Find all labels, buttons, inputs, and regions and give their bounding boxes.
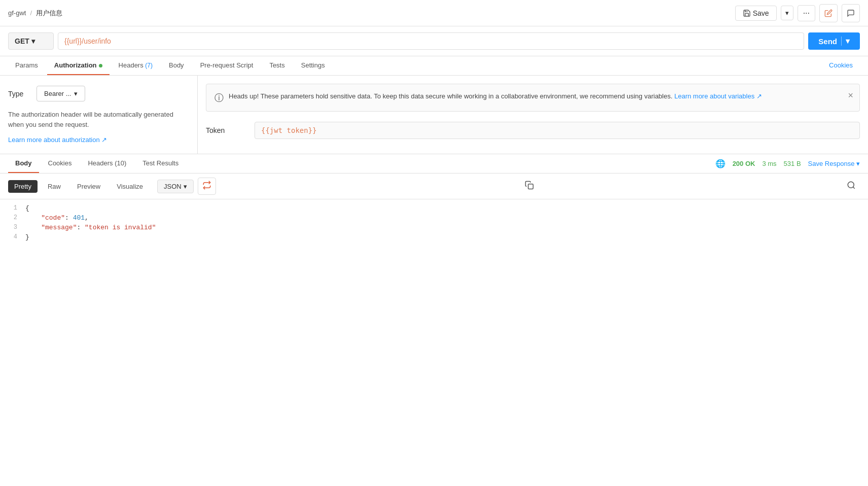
json-val-message: "token is invalid"	[85, 224, 156, 231]
token-input[interactable]	[255, 122, 860, 139]
code-line-1: 1 {	[0, 203, 868, 213]
response-tab-body[interactable]: Body	[8, 154, 39, 173]
header-actions: Save ▾ ···	[735, 4, 860, 22]
type-label: Type	[8, 90, 28, 98]
svg-point-1	[848, 182, 854, 188]
copy-icon	[525, 181, 534, 190]
learn-more-authorization-link[interactable]: Learn more about authorization ↗	[8, 136, 107, 144]
wrap-icon	[202, 181, 211, 190]
format-bar: Pretty Raw Preview Visualize JSON ▾	[0, 173, 868, 199]
alert-icon: ⓘ	[214, 92, 224, 104]
line-number-1: 1	[0, 204, 25, 212]
more-options-button[interactable]: ···	[798, 5, 815, 21]
type-select[interactable]: Bearer ... ▾	[37, 86, 85, 101]
code-content-2: "code": 401,	[25, 214, 868, 222]
left-panel: Type Bearer ... ▾ The authorization head…	[0, 76, 198, 154]
response-code-area: 1 { 2 "code": 401, 3 "message": "token i…	[0, 199, 868, 246]
url-input[interactable]	[58, 32, 804, 50]
header: gf-gwt / 用户信息 Save ▾ ···	[0, 0, 868, 26]
response-tabs: Body Cookies Headers (10) Test Results 🌐…	[0, 154, 868, 173]
globe-icon: 🌐	[715, 159, 726, 168]
tab-body[interactable]: Body	[162, 56, 191, 75]
save-chevron-button[interactable]: ▾	[781, 6, 793, 20]
search-button[interactable]	[843, 179, 860, 194]
save-icon	[743, 9, 751, 17]
status-code: 200 OK	[733, 160, 755, 167]
format-tab-visualize[interactable]: Visualize	[111, 180, 149, 193]
tab-cookies[interactable]: Cookies	[822, 56, 860, 75]
token-label: Token	[206, 126, 246, 134]
alert-message: Heads up! These parameters hold sensitiv…	[229, 92, 674, 100]
breadcrumb: gf-gwt / 用户信息	[8, 9, 62, 18]
response-time: 3 ms	[762, 160, 776, 167]
comment-icon	[847, 9, 855, 17]
response-size: 531 B	[784, 160, 801, 167]
response-tab-cookies[interactable]: Cookies	[41, 154, 79, 173]
response-area: Body Cookies Headers (10) Test Results 🌐…	[0, 154, 868, 246]
tab-pre-request[interactable]: Pre-request Script	[193, 56, 261, 75]
comment-button[interactable]	[842, 4, 860, 22]
method-label: GET	[15, 37, 29, 45]
edit-button[interactable]	[819, 4, 838, 22]
code-content-3: "message": "token is invalid"	[25, 224, 868, 231]
type-value: Bearer ...	[44, 90, 71, 97]
tab-headers[interactable]: Headers (7)	[112, 56, 160, 75]
tab-settings[interactable]: Settings	[294, 56, 332, 75]
tab-params[interactable]: Params	[8, 56, 45, 75]
format-tab-raw[interactable]: Raw	[42, 180, 67, 193]
code-content-4: }	[25, 233, 868, 241]
line-number-4: 4	[0, 233, 25, 240]
save-button[interactable]: Save	[735, 6, 777, 21]
type-chevron-icon: ▾	[74, 90, 78, 97]
save-response-chevron-icon: ▾	[856, 160, 860, 167]
format-chevron-icon: ▾	[184, 183, 187, 190]
method-chevron-icon: ▾	[31, 37, 35, 45]
copy-button[interactable]	[521, 179, 538, 194]
request-tabs: Params Authorization Headers (7) Body Pr…	[0, 56, 868, 76]
save-response-label: Save Response	[808, 160, 855, 167]
response-status: 🌐 200 OK 3 ms 531 B Save Response ▾	[715, 159, 860, 168]
alert-close-button[interactable]: ×	[848, 90, 853, 101]
send-label: Send	[818, 37, 837, 46]
save-response-button[interactable]: Save Response ▾	[808, 160, 860, 167]
breadcrumb-separator: /	[30, 9, 32, 17]
code-line-2: 2 "code": 401,	[0, 213, 868, 223]
code-line-4: 4 }	[0, 232, 868, 242]
code-content-1: {	[25, 204, 868, 212]
tab-authorization[interactable]: Authorization	[47, 56, 110, 75]
authorization-dot	[99, 64, 102, 67]
line-number-2: 2	[0, 214, 25, 221]
method-select[interactable]: GET ▾	[8, 32, 54, 50]
search-icon	[847, 181, 856, 190]
format-type-label: JSON	[164, 183, 182, 190]
response-tab-headers[interactable]: Headers (10)	[81, 154, 133, 173]
json-key-message: "message"	[41, 224, 77, 231]
token-row: Token	[206, 122, 860, 139]
format-type-select[interactable]: JSON ▾	[157, 180, 194, 193]
type-row: Type Bearer ... ▾	[8, 86, 189, 101]
auth-description: The authorization header will be automat…	[8, 110, 189, 129]
svg-rect-0	[528, 184, 533, 189]
response-tab-test-results[interactable]: Test Results	[135, 154, 186, 173]
tab-tests[interactable]: Tests	[262, 56, 292, 75]
format-tab-preview[interactable]: Preview	[71, 180, 106, 193]
url-bar: GET ▾ Send ▾	[0, 26, 868, 56]
json-key-code: "code"	[41, 214, 65, 222]
send-button[interactable]: Send ▾	[808, 32, 860, 50]
alert-text: Heads up! These parameters hold sensitiv…	[229, 91, 851, 102]
send-chevron-icon: ▾	[841, 37, 850, 46]
save-label: Save	[753, 9, 769, 17]
svg-line-2	[853, 187, 854, 188]
headers-badge: (7)	[145, 62, 153, 69]
request-name: 用户信息	[36, 9, 62, 18]
format-tab-pretty[interactable]: Pretty	[8, 180, 38, 193]
learn-more-variables-link[interactable]: Learn more about variables ↗	[674, 92, 762, 100]
json-val-code: 401	[73, 214, 85, 222]
code-line-3: 3 "message": "token is invalid"	[0, 223, 868, 232]
line-number-3: 3	[0, 224, 25, 231]
alert-box: ⓘ Heads up! These parameters hold sensit…	[206, 84, 860, 112]
wrap-button[interactable]	[198, 178, 216, 195]
content-area: Type Bearer ... ▾ The authorization head…	[0, 76, 868, 154]
edit-icon	[824, 9, 833, 17]
right-panel: ⓘ Heads up! These parameters hold sensit…	[198, 76, 868, 154]
